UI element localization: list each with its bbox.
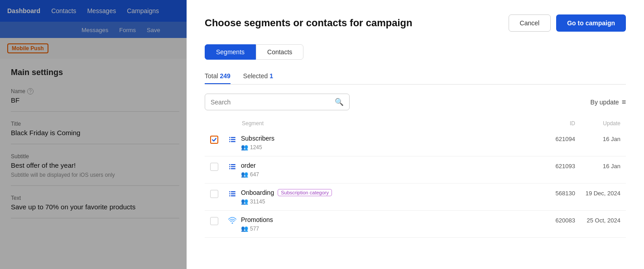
segments-list: Subscribers 👥 1245 62109416 Jan order 👥 … — [205, 129, 626, 238]
checkbox-unchecked[interactable] — [210, 217, 218, 225]
svg-rect-17 — [231, 195, 235, 196]
svg-rect-14 — [229, 193, 230, 194]
checkbox-unchecked[interactable] — [210, 190, 218, 198]
sort-label-text: By update — [591, 99, 619, 106]
segment-info: order 👥 647 — [241, 162, 539, 178]
segment-type-icon — [228, 189, 241, 198]
svg-rect-5 — [231, 141, 235, 142]
segment-type-icon — [228, 162, 241, 171]
segment-type-icon — [228, 216, 241, 225]
segment-count: 👥 31145 — [241, 198, 539, 205]
segment-info: Subscribers 👥 1245 — [241, 135, 539, 151]
svg-rect-0 — [229, 137, 230, 138]
svg-point-18 — [232, 222, 233, 224]
segment-count: 👥 647 — [241, 171, 539, 178]
svg-rect-9 — [231, 166, 235, 167]
svg-rect-2 — [229, 139, 230, 140]
svg-rect-3 — [231, 139, 235, 140]
search-icon: 🔍 — [335, 98, 344, 106]
svg-rect-1 — [231, 137, 235, 138]
sort-button[interactable]: By update ≡ — [591, 98, 626, 106]
segment-id: 620083 — [539, 216, 575, 224]
sort-icon: ≡ — [622, 98, 626, 106]
segment-row: order 👥 647 62109316 Jan — [205, 156, 626, 184]
checkbox-cell — [210, 162, 228, 171]
tab-selected[interactable]: Selected 1 — [243, 69, 273, 84]
segment-update: 25 Oct, 2024 — [575, 216, 620, 224]
svg-rect-11 — [231, 168, 235, 169]
segment-info: OnboardingSubscription category 👥 31145 — [241, 189, 539, 205]
col-segment: Segment — [210, 120, 539, 127]
tab-segments[interactable]: Segments — [205, 44, 256, 60]
svg-rect-4 — [229, 141, 230, 142]
toolbar: 🔍 By update ≡ — [205, 94, 626, 110]
svg-rect-8 — [229, 166, 230, 167]
column-headers: Segment ID Update — [205, 118, 626, 129]
segment-row: OnboardingSubscription category 👥 31145 … — [205, 184, 626, 211]
users-icon: 👥 — [241, 144, 248, 151]
svg-rect-10 — [229, 168, 230, 169]
segment-count: 👥 1245 — [241, 144, 539, 151]
segment-update: 16 Jan — [575, 162, 620, 170]
modal-actions: Cancel Go to campaign — [509, 14, 626, 32]
segment-name: Subscribers — [241, 135, 539, 142]
col-id: ID — [539, 120, 575, 127]
tab-contacts[interactable]: Contacts — [256, 44, 303, 60]
svg-rect-15 — [231, 193, 235, 194]
users-icon: 👥 — [241, 225, 248, 232]
segment-name: OnboardingSubscription category — [241, 189, 539, 196]
segment-count: 👥 577 — [241, 225, 539, 232]
tab-total[interactable]: Total 249 — [205, 69, 231, 84]
total-label: Total — [205, 72, 218, 80]
modal: Choose segments or contacts for campaign… — [187, 0, 644, 269]
selected-count: 1 — [269, 72, 273, 80]
svg-rect-7 — [231, 164, 235, 165]
segment-update: 16 Jan — [575, 135, 620, 142]
count-tabs: Total 249 Selected 1 — [205, 69, 626, 85]
search-box[interactable]: 🔍 — [205, 94, 350, 110]
go-to-campaign-button[interactable]: Go to campaign — [556, 14, 626, 32]
segment-contact-tabs: Segments Contacts — [205, 44, 626, 60]
svg-rect-6 — [229, 164, 230, 165]
segment-type-icon — [228, 135, 241, 144]
modal-title: Choose segments or contacts for campaign — [205, 17, 412, 29]
checkbox-unchecked[interactable] — [210, 163, 218, 171]
checkbox-cell — [210, 189, 228, 198]
segment-row: Subscribers 👥 1245 62109416 Jan — [205, 129, 626, 156]
checkbox-checked[interactable] — [210, 136, 218, 144]
checkbox-cell — [210, 216, 228, 225]
segment-id: 568130 — [539, 189, 575, 197]
search-input[interactable] — [211, 99, 335, 106]
svg-rect-13 — [231, 191, 235, 192]
checkbox-cell — [210, 135, 228, 144]
svg-rect-16 — [229, 195, 230, 196]
segment-update: 19 Dec, 2024 — [575, 189, 620, 197]
modal-header: Choose segments or contacts for campaign… — [205, 14, 626, 32]
selected-label: Selected — [243, 72, 268, 80]
segment-name: Promotions — [241, 216, 539, 223]
segment-name: order — [241, 162, 539, 169]
svg-rect-12 — [229, 191, 230, 192]
users-icon: 👥 — [241, 171, 248, 178]
col-update: Update — [575, 120, 620, 127]
total-count: 249 — [220, 72, 230, 80]
cancel-button[interactable]: Cancel — [509, 14, 551, 32]
segment-id: 621094 — [539, 135, 575, 142]
segment-row: Promotions 👥 577 62008325 Oct, 2024 — [205, 211, 626, 238]
segment-info: Promotions 👥 577 — [241, 216, 539, 232]
users-icon: 👥 — [241, 198, 248, 205]
segment-id: 621093 — [539, 162, 575, 170]
subscription-category-badge: Subscription category — [278, 189, 332, 196]
